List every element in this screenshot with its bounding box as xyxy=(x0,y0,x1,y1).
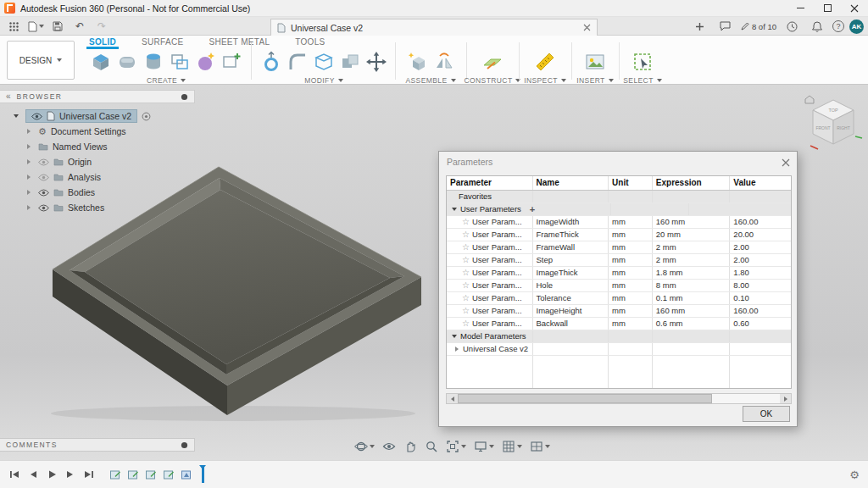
expand-icon[interactable] xyxy=(24,190,34,195)
parameter-row[interactable]: ☆User Param... Backwall mm 0.6 mm 0.60 xyxy=(447,318,791,330)
home-icon[interactable] xyxy=(805,96,814,103)
visibility-eye-icon[interactable] xyxy=(38,158,49,166)
browser-item-sketches[interactable]: Sketches xyxy=(0,200,195,215)
group-construct-label[interactable]: CONSTRUCT xyxy=(470,76,515,85)
cell-unit[interactable]: mm xyxy=(609,292,653,304)
cell-name[interactable]: Backwall xyxy=(533,318,609,330)
parameter-row[interactable]: ☆User Param... Tolerance mm 0.1 mm 0.10 xyxy=(447,292,791,305)
expand-icon[interactable] xyxy=(24,144,34,149)
favorite-star-icon[interactable]: ☆ xyxy=(462,281,470,290)
viewcube-top-label[interactable]: TOP xyxy=(828,108,838,113)
cell-parameter[interactable]: ☆User Param... xyxy=(447,267,533,279)
favorite-star-icon[interactable]: ☆ xyxy=(462,218,470,226)
column-header-expression[interactable]: Expression xyxy=(653,176,731,190)
favorite-star-icon[interactable]: ☆ xyxy=(462,230,470,239)
collapse-section-icon[interactable] xyxy=(452,208,457,211)
model-parameters-section-row[interactable]: Model Parameters xyxy=(447,330,791,343)
timeline-settings-gear-icon[interactable]: ⚙ xyxy=(849,469,860,481)
maximize-button[interactable] xyxy=(814,0,841,17)
expand-icon[interactable] xyxy=(455,347,459,352)
redo-button[interactable]: ↷ xyxy=(92,18,112,35)
new-component-tool-button[interactable] xyxy=(406,50,430,74)
column-header-unit[interactable]: Unit xyxy=(609,176,653,190)
play-button[interactable] xyxy=(44,468,58,482)
cell-expression[interactable]: 20 mm xyxy=(653,229,731,241)
cell-name[interactable]: Tolerance xyxy=(533,292,609,304)
viewport-canvas[interactable]: TOP FRONT RIGHT « BROWSER Un xyxy=(0,85,868,460)
save-limit-indicator[interactable]: 8 of 10 xyxy=(741,22,776,31)
expand-icon[interactable] xyxy=(11,114,21,118)
group-modify-label[interactable]: MODIFY xyxy=(254,76,393,85)
cell-expression[interactable]: 1.8 mm xyxy=(653,267,731,279)
timeline-feature-sketch-icon[interactable] xyxy=(145,468,157,482)
help-button[interactable]: ? xyxy=(832,20,844,32)
scroll-left-button[interactable] xyxy=(447,394,458,403)
scrollbar-thumb[interactable] xyxy=(458,394,712,403)
look-at-button[interactable] xyxy=(382,440,396,453)
browser-root-item[interactable]: Universal Case v2 xyxy=(0,108,195,124)
measure-tool-button[interactable] xyxy=(533,50,557,74)
cell-expression[interactable]: 0.6 mm xyxy=(653,318,731,330)
cell-unit[interactable]: mm xyxy=(609,229,653,241)
timeline-feature-extrude-icon[interactable] xyxy=(181,468,192,482)
expand-icon[interactable] xyxy=(24,129,34,134)
cell-unit[interactable]: mm xyxy=(609,267,653,279)
cell-parameter[interactable]: ☆User Param... xyxy=(447,254,533,266)
comments-button[interactable] xyxy=(715,18,736,35)
browser-root-highlight[interactable]: Universal Case v2 xyxy=(25,109,137,123)
visibility-eye-icon[interactable] xyxy=(31,113,42,120)
tab-sheet-metal[interactable]: SHEET METAL xyxy=(206,36,272,49)
parameter-row[interactable]: ☆User Param... ImageWidth mm 160 mm 160.… xyxy=(447,216,791,229)
parameter-row[interactable]: ☆User Param... FrameThick mm 20 mm 20.00 xyxy=(447,229,791,241)
create-primitive-tool-button[interactable] xyxy=(194,50,218,74)
document-tab[interactable]: Universal Case v2 xyxy=(270,19,598,36)
cell-expression[interactable]: 160 mm xyxy=(653,216,731,228)
tab-solid[interactable]: SOLID xyxy=(86,36,119,49)
fillet-tool-button[interactable] xyxy=(286,50,309,74)
tab-surface[interactable]: SURFACE xyxy=(139,36,186,49)
cell-name[interactable]: Hole xyxy=(533,280,609,291)
create-form-tool-button[interactable] xyxy=(115,50,139,74)
horizontal-scrollbar[interactable] xyxy=(446,393,792,404)
job-status-button[interactable] xyxy=(782,18,802,35)
cell-unit[interactable]: mm xyxy=(609,305,653,317)
browser-header[interactable]: « BROWSER xyxy=(0,90,195,103)
pan-button[interactable] xyxy=(403,440,417,453)
group-create-label[interactable]: CREATE xyxy=(83,76,249,85)
favorite-star-icon[interactable]: ☆ xyxy=(462,294,470,302)
close-tab-icon[interactable] xyxy=(583,24,591,31)
scroll-right-button[interactable] xyxy=(780,394,791,403)
minimize-button[interactable] xyxy=(787,0,814,17)
cell-parameter[interactable]: ☆User Param... xyxy=(447,229,533,241)
skip-to-end-button[interactable] xyxy=(81,468,96,482)
browser-item-analysis[interactable]: Analysis xyxy=(0,169,195,185)
group-assemble-label[interactable]: ASSEMBLE xyxy=(398,76,463,85)
skip-to-start-button[interactable] xyxy=(7,468,21,482)
construct-plane-tool-button[interactable] xyxy=(481,50,504,74)
cell-name[interactable]: ImageHeight xyxy=(533,305,609,317)
cell-unit[interactable]: mm xyxy=(609,280,653,291)
cell-expression[interactable]: 160 mm xyxy=(653,305,731,317)
visibility-eye-icon[interactable] xyxy=(38,189,49,197)
cell-name[interactable]: FrameWall xyxy=(533,241,609,253)
viewcube-front-label[interactable]: FRONT xyxy=(815,125,830,130)
parameter-row[interactable]: ☆User Param... FrameWall mm 2 mm 2.00 xyxy=(447,241,791,254)
app-grid-button[interactable] xyxy=(3,18,24,35)
favorite-star-icon[interactable]: ☆ xyxy=(462,269,470,277)
workspace-selector[interactable]: DESIGN xyxy=(7,41,75,80)
browser-item-bodies[interactable]: Bodies xyxy=(0,185,195,200)
cell-unit[interactable]: mm xyxy=(609,216,653,228)
tab-tools[interactable]: TOOLS xyxy=(292,36,327,49)
favorite-star-icon[interactable]: ☆ xyxy=(462,243,470,252)
cell-parameter[interactable]: ☆User Param... xyxy=(447,292,533,304)
collapse-panel-icon[interactable]: « xyxy=(6,92,11,101)
new-solid-tool-button[interactable] xyxy=(89,50,113,74)
cell-unit[interactable]: mm xyxy=(609,254,653,266)
group-select-label[interactable]: SELECT xyxy=(620,76,665,85)
expand-icon[interactable] xyxy=(24,175,34,180)
group-insert-label[interactable]: INSERT xyxy=(573,76,617,85)
browser-item-origin[interactable]: Origin xyxy=(0,154,195,169)
favorite-star-icon[interactable]: ☆ xyxy=(462,256,470,264)
column-header-parameter[interactable]: Parameter xyxy=(447,176,533,190)
view-cube[interactable]: TOP FRONT RIGHT xyxy=(802,92,865,156)
